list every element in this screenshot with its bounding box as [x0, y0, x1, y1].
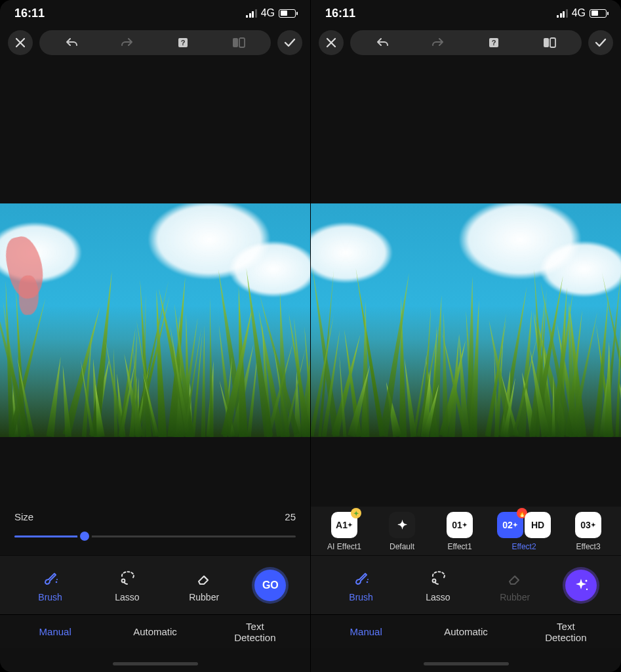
help-button[interactable]: ?	[483, 37, 504, 49]
history-bar: ?	[350, 30, 582, 55]
rubber-tool[interactable]: Rubber	[178, 568, 230, 602]
tool-row: Brush Lasso Rubber GO	[0, 555, 310, 614]
status-bar: 16:11 4G	[311, 0, 621, 26]
svg-rect-2	[233, 38, 238, 47]
svg-rect-3	[239, 38, 245, 47]
redo-button[interactable]	[117, 36, 138, 49]
redo-button[interactable]	[428, 36, 449, 49]
history-bar: ?	[39, 30, 271, 55]
sparkle-icon	[572, 577, 590, 594]
help-icon: ?	[488, 37, 500, 49]
close-button[interactable]	[319, 30, 344, 55]
svg-point-11	[366, 581, 368, 583]
battery-icon	[279, 9, 296, 18]
signal-icon	[246, 9, 257, 18]
lasso-icon	[118, 568, 136, 587]
tab-automatic[interactable]: Automatic	[416, 626, 515, 637]
lasso-icon	[429, 568, 447, 587]
go-button[interactable]: GO	[254, 570, 286, 601]
battery-icon	[590, 9, 607, 18]
undo-button[interactable]	[61, 36, 82, 49]
brush-tool[interactable]: Brush	[335, 568, 388, 602]
brush-tool[interactable]: Brush	[24, 568, 77, 602]
check-icon	[283, 37, 296, 49]
eraser-icon	[195, 568, 213, 587]
tool-row: Brush Lasso Rubber	[311, 555, 621, 614]
effect-tile: ✦	[389, 512, 415, 538]
compare-icon	[542, 37, 557, 49]
apply-effect-button[interactable]	[565, 570, 597, 601]
svg-text:?: ?	[181, 39, 186, 47]
home-indicator[interactable]	[113, 662, 198, 665]
go-label: GO	[262, 579, 279, 591]
help-icon: ?	[177, 37, 189, 49]
image-canvas[interactable]	[0, 203, 310, 437]
tab-automatic[interactable]: Automatic	[105, 626, 205, 637]
svg-point-5	[56, 579, 58, 580]
cloud	[522, 230, 621, 308]
compare-button[interactable]	[228, 37, 249, 49]
effect-tile: 02✦🔥	[497, 512, 523, 538]
image-canvas[interactable]	[311, 203, 621, 437]
tab-text-detection[interactable]: Text Detection	[516, 621, 616, 643]
size-slider[interactable]	[14, 530, 296, 542]
tab-text-detection[interactable]: Text Detection	[205, 621, 305, 643]
svg-rect-9	[544, 38, 549, 47]
compare-button[interactable]	[539, 37, 560, 49]
size-label: Size	[14, 511, 33, 522]
size-control: Size 25	[0, 503, 310, 555]
status-bar: 16:11 4G	[0, 0, 310, 26]
help-button[interactable]: ?	[172, 37, 193, 49]
effect-2[interactable]: 02✦🔥 HD Effect2	[498, 512, 550, 551]
top-toolbar: ?	[0, 26, 310, 59]
effect-tile-hd: HD	[525, 512, 551, 538]
status-time: 16:11	[14, 7, 45, 20]
redo-icon	[431, 36, 445, 49]
signal-icon	[557, 9, 568, 18]
undo-button[interactable]	[372, 36, 393, 49]
effect-tile: A1✦✦	[331, 512, 357, 538]
svg-point-15	[586, 588, 588, 589]
tab-manual[interactable]: Manual	[5, 626, 105, 637]
tab-manual[interactable]: Manual	[316, 626, 416, 637]
effect-3[interactable]: 03✦ Effect3	[569, 512, 607, 551]
effects-row[interactable]: A1✦✦ AI Effect1 ✦ Default 01✦ Effect1 02…	[311, 507, 621, 555]
status-time: 16:11	[325, 7, 355, 20]
brush-icon	[352, 568, 371, 587]
svg-point-14	[586, 579, 588, 581]
undo-icon	[375, 36, 390, 49]
check-icon	[594, 37, 607, 49]
compare-icon	[231, 37, 246, 49]
svg-point-4	[55, 581, 57, 583]
premium-badge-icon: ✦	[351, 508, 361, 518]
redo-icon	[120, 36, 134, 49]
effect-ai[interactable]: A1✦✦ AI Effect1	[325, 512, 363, 551]
status-network: 4G	[557, 7, 607, 19]
effect-1[interactable]: 01✦ Effect1	[441, 512, 479, 551]
lasso-tool[interactable]: Lasso	[412, 568, 464, 602]
close-icon	[14, 37, 26, 49]
effect-tile: 03✦	[575, 512, 601, 538]
mode-tabs: Manual Automatic Text Detection	[311, 614, 621, 648]
editor-screen-2: 16:11 4G ?	[311, 0, 621, 672]
eraser-icon	[506, 568, 524, 587]
brush-icon	[41, 568, 60, 587]
undo-icon	[64, 36, 79, 49]
cloud	[211, 230, 310, 308]
svg-text:?: ?	[492, 39, 496, 47]
effect-default[interactable]: ✦ Default	[383, 512, 421, 551]
close-button[interactable]	[8, 30, 33, 55]
sparkle-icon: ✦	[397, 518, 407, 532]
svg-rect-10	[550, 38, 555, 47]
close-icon	[325, 37, 337, 49]
effect-tile: 01✦	[447, 512, 473, 538]
lasso-tool[interactable]: Lasso	[101, 568, 153, 602]
rubber-tool: Rubber	[489, 568, 541, 602]
confirm-button[interactable]	[277, 30, 302, 55]
svg-point-12	[367, 579, 369, 580]
top-toolbar: ?	[311, 26, 621, 59]
cloud	[311, 210, 411, 295]
status-network: 4G	[246, 7, 296, 19]
confirm-button[interactable]	[588, 30, 613, 55]
home-indicator[interactable]	[424, 662, 509, 665]
